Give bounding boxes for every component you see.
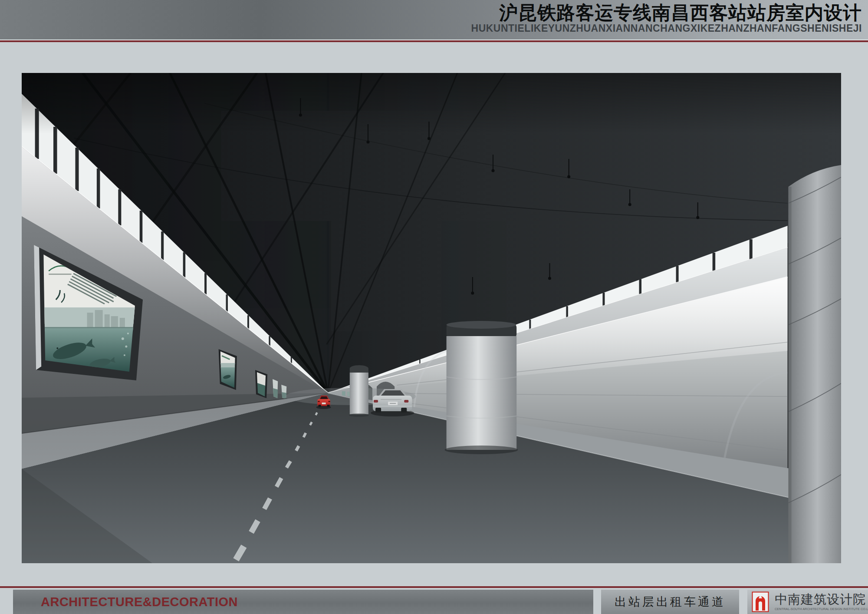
design-institute-name-en: CENTRAL-SOUTH ARCHITECTURAL DESIGN INSTI…: [775, 607, 868, 611]
page-title: 沪昆铁路客运专线南昌西客站站房室内设计: [471, 2, 862, 23]
top-vignette: [22, 73, 841, 134]
column-mid: [445, 321, 518, 454]
taillight: [374, 400, 378, 403]
column-foreground-right: [789, 165, 841, 563]
billboard-2: [219, 349, 237, 390]
red-arch-monogram-icon: [752, 591, 769, 612]
page-subtitle: HUKUNTIELIKEYUNZHUANXIANNANCHANGXIKEZHAN…: [471, 23, 862, 33]
brand-text: ARCHITECTURE&DECORATION: [13, 590, 593, 614]
tunnel-rendering-scene: [22, 73, 841, 563]
column-far: [349, 365, 369, 417]
drawing-caption-label: 出站层出租车通道: [615, 594, 726, 610]
design-institute-name-cn: 中南建筑设计院: [775, 593, 868, 606]
billboard-3: [255, 370, 267, 398]
footer-segments: ARCHITECTURE&DECORATION 出站层出租车通道 中南建筑设计院…: [0, 590, 868, 614]
perspective-rendering: [22, 73, 841, 563]
design-institute-names: 中南建筑设计院 CENTRAL-SOUTH ARCHITECTURAL DESI…: [775, 593, 868, 611]
title-bar: 沪昆铁路客运专线南昌西客站站房室内设计 HUKUNTIELIKEYUNZHUAN…: [0, 0, 868, 40]
design-institute-block: 中南建筑设计院 CENTRAL-SOUTH ARCHITECTURAL DESI…: [747, 590, 868, 614]
drawing-caption: 出站层出租车通道: [601, 590, 739, 614]
presentation-board: 沪昆铁路客运专线南昌西客站站房室内设计 HUKUNTIELIKEYUNZHUAN…: [0, 0, 868, 614]
taillight: [404, 400, 408, 403]
header-accent-rule: [0, 40, 868, 42]
footer-accent-rule: [0, 586, 868, 588]
footer-bar: ARCHITECTURE&DECORATION 出站层出租车通道 中南建筑设计院…: [0, 586, 868, 614]
title-block: 沪昆铁路客运专线南昌西客站站房室内设计 HUKUNTIELIKEYUNZHUAN…: [471, 2, 862, 33]
